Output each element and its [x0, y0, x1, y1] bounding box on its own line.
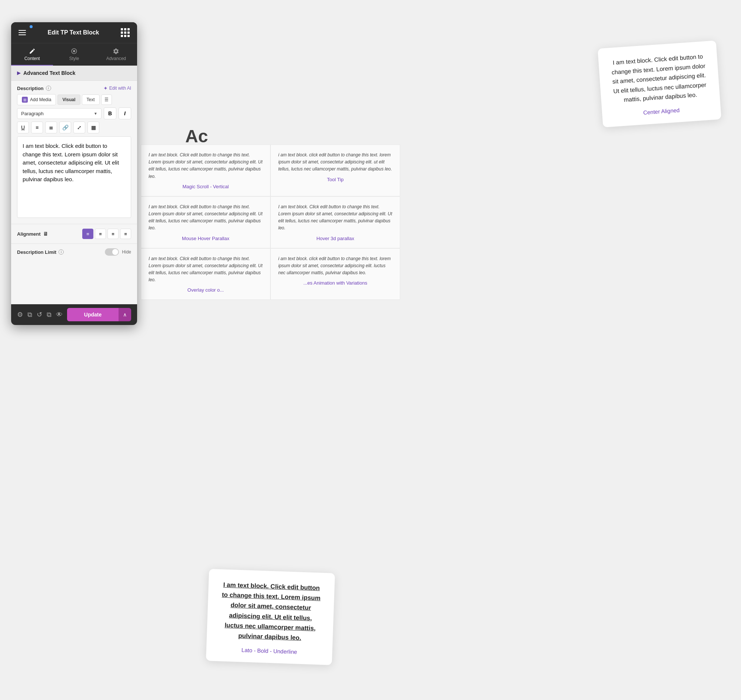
grid-cell-label-0: Magic Scroll - Vertical [148, 184, 263, 189]
tab-content-label: Content [25, 56, 40, 61]
grid-cell-text-1: i am text block. click edit button to ch… [278, 151, 393, 173]
table-icon: ☰ [104, 97, 109, 102]
desc-limit-label: Description Limit i [17, 249, 64, 255]
editor-toolbar-1: ⊞ Add Media Visual Text ☰ [17, 94, 131, 105]
tab-advanced-label: Advanced [106, 56, 126, 61]
description-label: Description i [17, 85, 51, 91]
history-icon[interactable]: ↺ [37, 310, 42, 319]
text-tab-button[interactable]: Text [82, 94, 100, 105]
unordered-list-button[interactable]: ≡ [31, 122, 43, 134]
card-lato-text: I am text block. Click edit button to ch… [219, 579, 323, 644]
underline-button[interactable]: U [17, 122, 29, 134]
monitor-icon: 🖥 [43, 231, 48, 237]
grid-cell-text-5: i am text block. click edit button to ch… [278, 255, 393, 277]
grid-cell-text-2: I am text block. Click edit button to ch… [148, 203, 263, 232]
editor-panel: Edit TP Text Block Content Style Advance… [11, 22, 137, 325]
tab-style-label: Style [69, 56, 79, 61]
grid-row-1: I am text block. Click edit button to ch… [141, 144, 400, 196]
grid-cell-5: i am text block. click edit button to ch… [271, 248, 400, 300]
icon-row: U ≡ ≣ 🔗 ⤢ ▦ [17, 122, 131, 134]
format-row: Paragraph ▼ B I [17, 107, 131, 119]
hamburger-menu[interactable] [19, 30, 26, 35]
align-left-button[interactable]: ≡ [82, 229, 93, 239]
eye-icon[interactable]: 👁 [56, 311, 63, 319]
paragraph-select[interactable]: Paragraph ▼ [17, 108, 101, 119]
update-button[interactable]: Update ∧ [67, 308, 131, 321]
duplicate-icon[interactable]: ⧉ [47, 311, 51, 319]
grid-cell-label-1: Tool Tip [278, 177, 393, 182]
content-area: I am text block. Click edit button to ch… [141, 22, 734, 693]
edit-ai-button[interactable]: ✦ Edit with AI [103, 85, 131, 91]
section-title: Advanced Text Block [24, 70, 76, 76]
align-right-button[interactable]: ≡ [107, 229, 119, 239]
tab-content[interactable]: Content [11, 43, 53, 66]
update-label[interactable]: Update [67, 308, 119, 321]
table-insert-button[interactable]: ▦ [87, 122, 99, 134]
field-label-row: Description i ✦ Edit with AI [17, 85, 131, 91]
panel-header: Edit TP Text Block [11, 22, 137, 43]
add-media-button[interactable]: ⊞ Add Media [17, 94, 56, 105]
card-lato-bold: I am text block. Click edit button to ch… [206, 569, 335, 665]
grid-cell-label-3: Hover 3d parallax [278, 236, 393, 241]
card-center-text: I am text block. Click edit button to ch… [610, 51, 708, 106]
tab-advanced[interactable]: Advanced [95, 43, 137, 66]
panel-footer: ⚙ ⧉ ↺ ⧉ 👁 Update ∧ [11, 304, 137, 325]
alignment-label: Alignment 🖥 [17, 231, 48, 237]
grid-cell-2: I am text block. Click edit button to ch… [141, 196, 271, 248]
grid-cell-label-5: ...es Animation with Variations [278, 280, 393, 286]
desc-limit-info[interactable]: i [59, 249, 64, 254]
bold-button[interactable]: B [104, 107, 116, 119]
alignment-buttons: ≡ ≡ ≡ ≡ [82, 229, 131, 239]
visual-tab-button[interactable]: Visual [57, 94, 80, 105]
description-info[interactable]: i [46, 85, 51, 91]
grid-cell-3: I am text block. Click edit button to ch… [271, 196, 400, 248]
svg-point-0 [73, 50, 75, 52]
text-editor[interactable]: I am text block. Click edit button to ch… [17, 136, 131, 218]
grid-row-2: I am text block. Click edit button to ch… [141, 196, 400, 248]
grid-cell-1: i am text block. click edit button to ch… [271, 144, 400, 196]
desc-limit-toggle[interactable] [105, 248, 119, 256]
description-field: Description i ✦ Edit with AI ⊞ Add Media… [11, 81, 137, 224]
layers-icon[interactable]: ⧉ [27, 311, 32, 319]
grid-cell-label-2: Mouse Hover Parallax [148, 236, 263, 241]
grid-menu[interactable] [121, 28, 130, 37]
ai-icon: ✦ [103, 85, 108, 91]
table-icon-button[interactable]: ☰ [101, 94, 112, 105]
grid-cell-4: I am text block. Click edit button to ch… [141, 248, 271, 300]
toggle-group: Hide [105, 248, 131, 256]
grid-cell-text-3: I am text block. Click edit button to ch… [278, 203, 393, 232]
description-limit-row: Description Limit i Hide [11, 244, 137, 260]
card-center-aligned: I am text block. Click edit button to ch… [598, 40, 721, 128]
italic-button[interactable]: I [119, 107, 131, 119]
panel-tabs: Content Style Advanced [11, 43, 137, 66]
advanced-floating-label: Ac [185, 126, 208, 146]
link-button[interactable]: 🔗 [59, 122, 71, 134]
align-center-button[interactable]: ≡ [95, 229, 106, 239]
grid-cell-text-0: I am text block. Click edit button to ch… [148, 151, 263, 180]
ordered-list-button[interactable]: ≣ [45, 122, 57, 134]
grid-cell-label-4: Overlay color o... [148, 287, 263, 293]
alignment-row: Alignment 🖥 ≡ ≡ ≡ ≡ [11, 224, 137, 244]
section-header: ▶ Advanced Text Block [11, 66, 137, 81]
grid-cell-0: I am text block. Click edit button to ch… [141, 144, 271, 196]
tab-style[interactable]: Style [53, 43, 95, 66]
card-lato-label: Lato - Bold - Underline [218, 646, 321, 656]
card-center-label: Center Aligned [614, 105, 709, 118]
chevron-down-icon: ▼ [94, 112, 97, 116]
grid-area: I am text block. Click edit button to ch… [141, 144, 400, 300]
align-justify-button[interactable]: ≡ [120, 229, 131, 239]
section-arrow: ▶ [17, 71, 21, 76]
grid-cell-text-4: I am text block. Click edit button to ch… [148, 255, 263, 284]
fullscreen-button[interactable]: ⤢ [74, 122, 85, 134]
add-media-icon: ⊞ [22, 97, 28, 103]
panel-title: Edit TP Text Block [48, 29, 99, 36]
toggle-label: Hide [122, 249, 131, 254]
settings-icon[interactable]: ⚙ [17, 310, 23, 319]
grid-row-3: I am text block. Click edit button to ch… [141, 248, 400, 300]
panel-body: ▶ Advanced Text Block Description i ✦ Ed… [11, 66, 137, 325]
update-arrow-icon[interactable]: ∧ [119, 308, 131, 321]
